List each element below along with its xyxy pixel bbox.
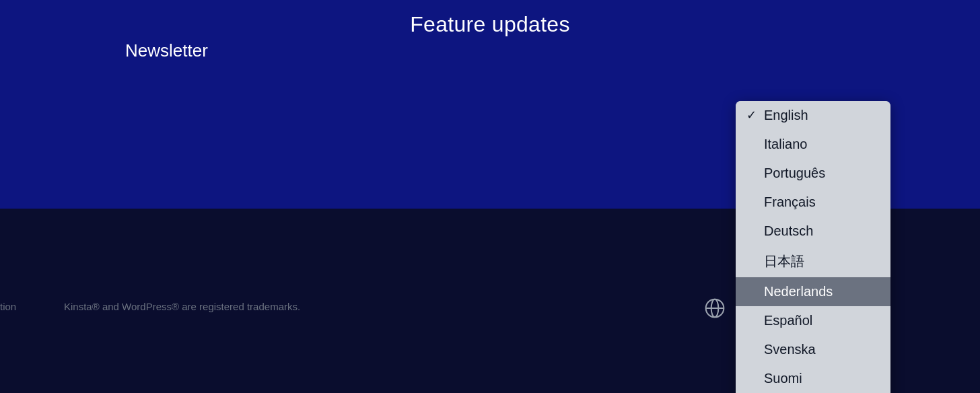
language-option[interactable]: 日本語 — [736, 246, 890, 277]
language-option[interactable]: English — [736, 101, 890, 130]
language-option[interactable]: Italiano — [736, 130, 890, 159]
language-dropdown: EnglishItalianoPortuguêsFrançaisDeutsch日… — [736, 101, 890, 393]
language-option[interactable]: Português — [736, 159, 890, 188]
globe-icon[interactable] — [704, 297, 726, 319]
feature-updates-title: Feature updates — [0, 0, 980, 37]
language-option[interactable]: Svenska — [736, 335, 890, 364]
language-option[interactable]: Deutsch — [736, 217, 890, 246]
partial-word: tion — [0, 301, 16, 312]
bottom-section: tion Kinsta® and WordPress® are register… — [0, 209, 980, 393]
language-option[interactable]: Français — [736, 188, 890, 217]
language-option[interactable]: Suomi — [736, 364, 890, 393]
trademark-text: Kinsta® and WordPress® are registered tr… — [64, 301, 300, 312]
newsletter-label: Newsletter — [125, 40, 208, 61]
language-option[interactable]: Nederlands — [736, 277, 890, 306]
language-option[interactable]: Español — [736, 306, 890, 335]
